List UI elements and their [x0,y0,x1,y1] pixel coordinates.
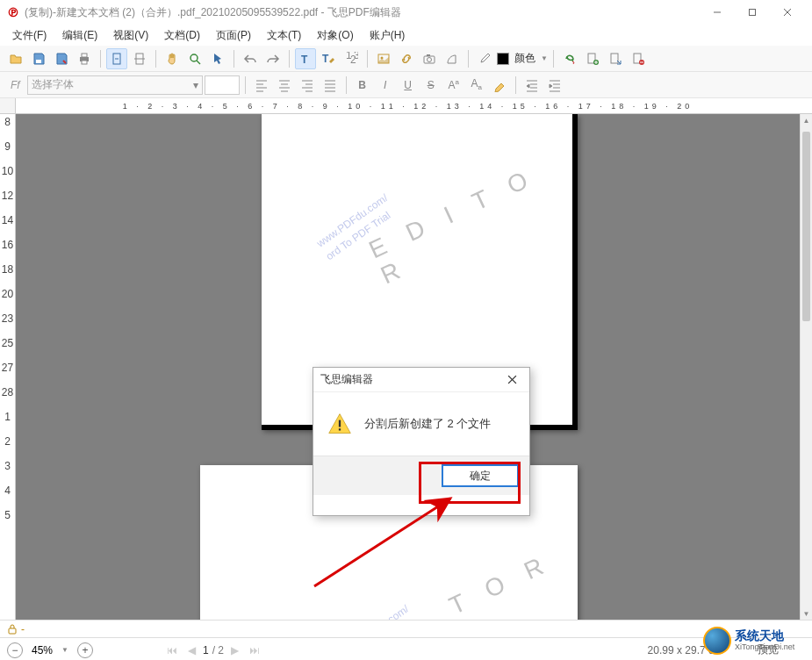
pointer-icon[interactable] [207,48,228,69]
undo-icon[interactable] [240,48,261,69]
bold-icon[interactable]: B [352,75,373,96]
lock-dash: - [21,623,25,635]
prev-page-icon[interactable]: ◀ [184,644,199,656]
menu-edit[interactable]: 编辑(E) [55,26,104,45]
separator [515,76,516,94]
scroll-up-icon[interactable]: ▲ [801,114,812,126]
dialog-close-button[interactable] [501,369,522,391]
subscript-icon[interactable]: Aa [466,75,487,96]
zoom-in-button[interactable]: + [77,642,93,658]
current-page[interactable]: 1 [203,644,209,656]
lock-icon [7,624,18,635]
separator [245,76,246,94]
first-page-icon[interactable]: ⏮ [163,644,181,656]
badge-cn: 系统天地 [735,629,794,642]
dropdown-icon[interactable]: ▼ [61,646,68,654]
add-page-icon[interactable] [582,48,603,69]
align-justify-icon[interactable] [320,75,341,96]
font-size-input[interactable] [205,75,240,95]
align-left-icon[interactable] [251,75,272,96]
warning-icon [327,412,352,436]
watermark-editor: E D I T O R [364,153,574,291]
zoom-value: 45% [32,644,53,656]
ruler-horizontal: 1 · 2 · 3 · 4 · 5 · 6 · 7 · 8 · 9 · 10 ·… [0,98,812,114]
svg-text:3: 3 [354,52,358,61]
menu-page[interactable]: 页面(P) [209,26,258,45]
scrollbar-thumb[interactable] [802,132,810,321]
fit-page-icon[interactable] [106,48,127,69]
menu-text[interactable]: 文本(T) [260,26,308,45]
separator [367,50,368,68]
separator [289,50,290,68]
redo-icon[interactable] [262,48,284,69]
save-as-icon[interactable] [51,48,72,69]
watermark-editor-2: T O R [445,549,556,620]
svg-rect-6 [82,54,87,57]
site-badge: 系统天地 XiTongTianDi.net [703,625,808,656]
delete-page-icon[interactable] [628,48,649,69]
strikethrough-icon[interactable]: S [420,75,442,96]
menu-document[interactable]: 文档(D) [157,26,207,45]
refresh-icon[interactable] [559,48,580,69]
outdent-icon[interactable] [544,75,565,96]
window-title: (复制)-新建文本文档 (2)（合并）.pdf_2021020509553952… [25,5,700,20]
globe-icon [703,627,731,655]
hand-icon[interactable] [162,48,183,69]
underline-icon[interactable]: U [398,75,419,96]
main-toolbar: T T 123 颜色 ▼ [0,46,812,72]
minimize-button[interactable] [700,0,735,25]
chevron-down-icon: ▾ [193,79,198,91]
line-spacing-icon[interactable]: 123 [341,48,362,69]
open-icon[interactable] [5,48,26,69]
menu-object[interactable]: 对象(O) [310,26,360,45]
print-icon[interactable] [74,48,95,69]
app-icon: ℗ [7,5,19,19]
font-select[interactable]: 选择字体 ▾ [27,75,203,95]
scroll-down-icon[interactable]: ▼ [801,607,812,620]
zoom-out-button[interactable]: − [7,642,23,658]
italic-icon[interactable]: I [375,75,396,96]
dialog-title-text: 飞思编辑器 [320,372,501,387]
separator [468,50,469,68]
color-swatch[interactable] [497,53,509,65]
ruler-vertical: 8 9 10 12 14 16 18 20 23 25 27 28 1 2 3 … [0,114,16,620]
shape-icon[interactable] [442,48,463,69]
vertical-scrollbar[interactable]: ▲ ▼ [800,114,812,620]
link-icon[interactable] [396,48,417,69]
last-page-icon[interactable]: ⏭ [246,644,263,656]
text-tool-icon[interactable]: T [295,48,316,69]
svg-rect-29 [339,420,341,427]
eyedropper-icon[interactable] [474,48,495,69]
indent-icon[interactable] [521,75,543,96]
menu-file[interactable]: 文件(F) [5,26,54,45]
svg-text:T: T [301,54,308,66]
menu-view[interactable]: 视图(V) [106,26,155,45]
svg-rect-1 [750,10,756,16]
maximize-button[interactable] [735,0,770,25]
dialog-titlebar: 飞思编辑器 [313,368,529,392]
close-button[interactable] [770,0,805,25]
image-tool-icon[interactable] [373,48,394,69]
dialog-body: 分割后新创建了 2 个文件 [313,392,529,456]
dropdown-icon[interactable]: ▼ [541,54,548,62]
save-icon[interactable] [28,48,49,69]
align-right-icon[interactable] [297,75,318,96]
align-center-icon[interactable] [274,75,295,96]
svg-rect-7 [82,61,87,64]
next-page-icon[interactable]: ▶ [227,644,242,656]
highlight-icon[interactable] [489,75,510,96]
page-navigator: ⏮ ◀ 1 / 2 ▶ ⏭ [163,644,263,656]
menu-account[interactable]: 账户(H) [363,26,413,45]
document-canvas[interactable]: www.PDFdu.com/ord To PDF Trial E D I T O… [16,114,800,620]
ruler-corner [0,98,16,113]
fit-width-icon[interactable] [129,48,150,69]
extract-page-icon[interactable] [605,48,626,69]
svg-line-11 [197,61,200,64]
text-edit-icon[interactable]: T [318,48,339,69]
ok-button[interactable]: 确定 [442,464,519,487]
lock-bar: - [0,620,812,637]
separator [155,50,156,68]
camera-icon[interactable] [419,48,440,69]
superscript-icon[interactable]: Aa [443,75,464,96]
zoom-icon[interactable] [184,48,205,69]
